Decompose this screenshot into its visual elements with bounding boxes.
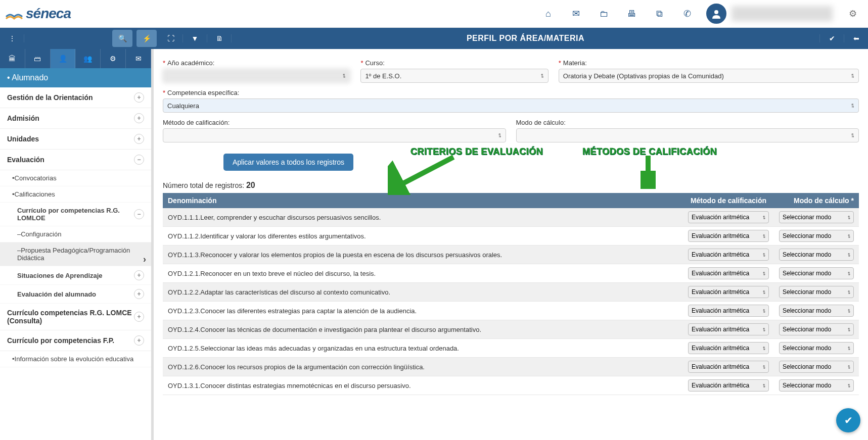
toolbar: ⋮ 🔍 ⚡ ⛶ ▼ 🗎 PERFIL POR ÁREA/MATERIA ✔ ⬅ [0, 28, 868, 49]
select-ano[interactable] [163, 69, 350, 83]
row-select-metodo[interactable]: Evaluación aritmética [688, 323, 769, 335]
sidebar-tab-group-icon[interactable]: 👥 [75, 49, 101, 68]
sidebar-item-unidades[interactable]: Unidades + [0, 129, 151, 150]
minus-icon[interactable]: − [134, 209, 144, 219]
row-select-modo[interactable]: Seleccionar modo [779, 305, 854, 317]
filter-icon[interactable]: ▼ [183, 34, 207, 42]
row-select-metodo[interactable]: Evaluación aritmética [688, 230, 769, 242]
table-row[interactable]: OYD.1.3.1.Conocer distintas estrategias … [163, 376, 859, 395]
row-select-modo[interactable]: Seleccionar modo [779, 342, 854, 354]
label-metodo: Método de calificación: [163, 119, 506, 126]
confirm-icon[interactable]: ✔ [819, 34, 844, 42]
row-select-metodo[interactable]: Evaluación aritmética [688, 305, 769, 317]
svg-point-0 [714, 10, 718, 14]
sidebar-item-admision[interactable]: Admisión + [0, 108, 151, 129]
label-modo: Modo de cálculo: [516, 119, 859, 126]
table-row[interactable]: OYD.1.2.2.Adaptar las características de… [163, 283, 859, 302]
row-select-modo[interactable]: Seleccionar modo [779, 286, 854, 298]
menu-dots-icon[interactable]: ⋮ [0, 34, 24, 42]
row-select-modo[interactable]: Seleccionar modo [779, 323, 854, 335]
home-icon[interactable]: ⌂ [534, 0, 562, 28]
sidebar-tabs: 🏛 🗃 👤 👥 ⚙ ✉ [0, 49, 151, 68]
records-count: Número total de registros: 20 [163, 181, 859, 190]
row-select-modo[interactable]: Seleccionar modo [779, 249, 854, 261]
print-icon[interactable]: 🖶 [618, 0, 646, 28]
row-select-metodo[interactable]: Evaluación aritmética [688, 249, 769, 261]
plus-icon[interactable]: + [134, 270, 144, 280]
sidebar-item-lomce[interactable]: Currículo competencias R.G. LOMCE (Consu… [0, 304, 151, 330]
plus-icon[interactable]: + [134, 113, 144, 123]
copy-icon[interactable]: ⧉ [646, 0, 673, 28]
col-metodo: Método de calificación [683, 193, 774, 208]
plus-icon[interactable]: + [134, 92, 144, 103]
sidebar-sub-info-evolucion[interactable]: •Información sobre la evolución educativ… [0, 351, 151, 367]
label-curso: *Curso: [360, 59, 548, 67]
phone-icon[interactable]: ✆ [673, 0, 701, 28]
search-icon[interactable]: 🔍 [112, 30, 132, 47]
sidebar-sub-propuesta[interactable]: –Propuesta Pedagógica/Programación Didác… [0, 242, 151, 266]
table-row[interactable]: OYD.1.1.1.Leer, comprender y escuchar di… [163, 208, 859, 227]
row-select-modo[interactable]: Seleccionar modo [779, 267, 854, 279]
table-row[interactable]: OYD.1.2.6.Conocer los recursos propios d… [163, 358, 859, 376]
col-modo: Modo de cálculo * [774, 193, 859, 208]
sidebar-sub-configuracion[interactable]: –Configuración [0, 226, 151, 242]
plus-icon[interactable]: + [134, 312, 144, 322]
row-select-metodo[interactable]: Evaluación aritmética [688, 361, 769, 373]
minus-icon[interactable]: − [134, 155, 144, 165]
sidebar-sub-eval-alumnado[interactable]: Evaluación del alumnado + [0, 285, 151, 304]
select-modo[interactable] [516, 128, 859, 142]
table-row[interactable]: OYD.1.2.3.Conocer las diferentes estrate… [163, 302, 859, 320]
sidebar-tab-gears-icon[interactable]: ⚙ [101, 49, 126, 68]
row-select-metodo[interactable]: Evaluación aritmética [688, 379, 769, 392]
row-select-metodo[interactable]: Evaluación aritmética [688, 267, 769, 279]
pdf-export-icon[interactable]: 🗎 [207, 34, 232, 42]
row-select-metodo[interactable]: Evaluación aritmética [688, 211, 769, 223]
sidebar-item-lomloe[interactable]: Currículo por competencias R.G. LOMLOE − [0, 203, 151, 226]
sidebar-tab-envelope-icon[interactable]: ✉ [126, 49, 151, 68]
apply-button[interactable]: Aplicar valores a todos los registros [223, 154, 353, 171]
mail-icon[interactable]: ✉ [562, 0, 590, 28]
bolt-icon[interactable]: ⚡ [136, 30, 157, 47]
arrow-criterios-icon [388, 155, 459, 195]
select-curso[interactable]: 1º de E.S.O. [360, 69, 548, 83]
user-avatar[interactable] [706, 4, 726, 24]
row-select-metodo[interactable]: Evaluación aritmética [688, 286, 769, 298]
row-select-modo[interactable]: Seleccionar modo [779, 379, 854, 392]
sidebar-sub-situaciones[interactable]: Situaciones de Aprendizaje + [0, 266, 151, 285]
sidebar-item-evaluacion[interactable]: Evaluación − [0, 150, 151, 170]
sidebar-tab-person-icon[interactable]: 👤 [51, 49, 76, 68]
table-row[interactable]: OYD.1.2.5.Seleccionar las ideas más adec… [163, 339, 859, 358]
sidebar-item-label: Unidades [7, 135, 39, 143]
sidebar-item-label: Currículo por competencias R.G. LOMLOE [17, 207, 132, 222]
row-select-modo[interactable]: Seleccionar modo [779, 230, 854, 242]
select-metodo[interactable] [163, 128, 506, 142]
sidebar-tab-card-icon[interactable]: 🗃 [25, 49, 51, 68]
plus-icon[interactable]: + [134, 335, 144, 346]
plus-icon[interactable]: + [134, 134, 144, 144]
row-select-modo[interactable]: Seleccionar modo [779, 361, 854, 373]
sidebar-item-fp[interactable]: Currículo por competencias F.P. + [0, 330, 151, 351]
sidebar-item-label: Gestión de la Orientación [7, 93, 93, 102]
fab-confirm-icon[interactable]: ✔ [836, 408, 860, 432]
cell-denominacion: OYD.1.2.3.Conocer las diferentes estrate… [163, 302, 683, 320]
sidebar-item-orientacion[interactable]: Gestión de la Orientación + [0, 87, 151, 108]
table-row[interactable]: OYD.1.2.4.Conocer las técnicas de docume… [163, 320, 859, 339]
select-competencia[interactable]: Cualquiera [163, 99, 859, 113]
folder-icon[interactable]: 🗀 [590, 0, 618, 28]
select-materia[interactable]: Oratoria y Debate (Optativas propias de … [559, 69, 859, 83]
sidebar-sub-convocatorias[interactable]: •Convocatorias [0, 170, 151, 186]
row-select-metodo[interactable]: Evaluación aritmética [688, 342, 769, 354]
logo-icon [5, 7, 23, 21]
table-row[interactable]: OYD.1.2.1.Reconocer en un texto breve el… [163, 264, 859, 283]
sidebar-tab-building-icon[interactable]: 🏛 [0, 49, 25, 68]
settings-gear-icon[interactable]: ⚙ [843, 8, 863, 19]
row-select-modo[interactable]: Seleccionar modo [779, 211, 854, 223]
back-icon[interactable]: ⬅ [844, 34, 868, 42]
plus-icon[interactable]: + [134, 289, 144, 299]
table-row[interactable]: OYD.1.1.2.Identificar y valorar los dife… [163, 227, 859, 246]
table-row[interactable]: OYD.1.1.3.Reconocer y valorar los elemen… [163, 246, 859, 264]
top-nav: ⌂ ✉ 🗀 🖶 ⧉ ✆ ⚙ [534, 0, 863, 28]
sidebar-sub-calificaciones[interactable]: •Calificaciones [0, 186, 151, 203]
fullscreen-icon[interactable]: ⛶ [159, 34, 183, 42]
sidebar-item-label: Situaciones de Aprendizaje [17, 272, 103, 279]
